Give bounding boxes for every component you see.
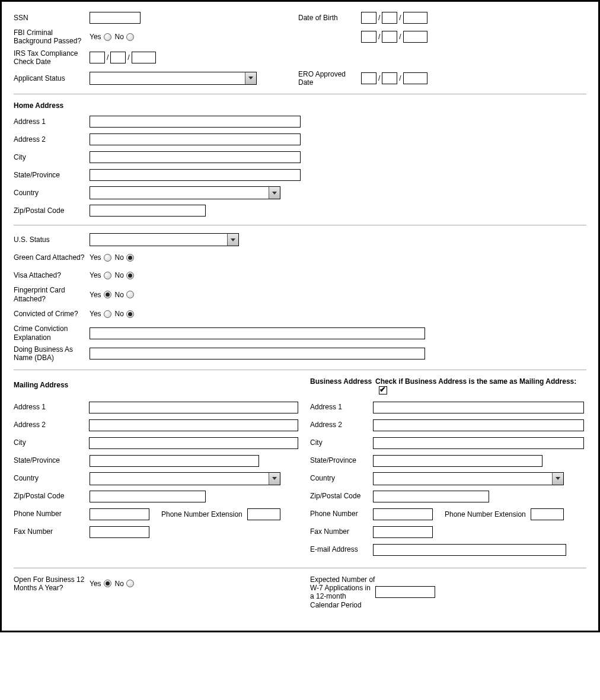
green-card-yes-radio[interactable]	[104, 254, 111, 262]
dob-slash2: /	[399, 14, 401, 22]
fingerprint-label: Fingerprint Card Attached?	[14, 286, 90, 303]
convicted-yes-radio[interactable]	[104, 310, 111, 318]
fbi-date-y[interactable]	[403, 31, 427, 43]
dob-month[interactable]	[361, 12, 376, 24]
open12-yes-radio[interactable]	[104, 580, 111, 587]
dba-input[interactable]	[90, 348, 425, 359]
ero-date-m[interactable]	[361, 72, 376, 84]
convicted-no-radio[interactable]	[126, 310, 134, 318]
crime-expl-input[interactable]	[90, 327, 425, 339]
convicted-label: Convicted of Crime?	[14, 310, 90, 318]
green-card-no-radio[interactable]	[126, 254, 134, 262]
mail-city-input[interactable]	[89, 437, 298, 449]
crime-expl-label: Crime Conviction Explanation	[14, 324, 90, 342]
dba-label: Doing Business As Name (DBA)	[14, 345, 90, 362]
bus-addr2-input[interactable]	[373, 419, 584, 431]
dropdown-icon	[227, 234, 238, 246]
form-page: SSN Date of Birth / / FBI Criminal Backg…	[0, 0, 600, 632]
fbi-yes-label: Yes	[90, 33, 101, 41]
home-addr1-label: Address 1	[14, 117, 90, 126]
irs-date-d[interactable]	[110, 52, 126, 63]
fbi-label: FBI Criminal Background Passed?	[14, 28, 90, 46]
visa-label: Visa Attached?	[14, 271, 90, 279]
w7-label: Expected Number of W-7 Applications in a…	[310, 575, 375, 610]
us-status-label: U.S. Status	[14, 236, 90, 244]
fbi-date-d[interactable]	[382, 31, 397, 43]
mail-addr2-input[interactable]	[89, 419, 298, 431]
w7-input[interactable]	[375, 586, 435, 598]
open12-label: Open For Business 12 Months A Year?	[14, 575, 90, 593]
applicant-status-select[interactable]	[90, 72, 257, 85]
home-state-label: State/Province	[14, 171, 90, 179]
ssn-label: SSN	[14, 14, 90, 22]
mail-phone-ext-input[interactable]	[247, 508, 280, 520]
dropdown-icon	[269, 473, 280, 485]
ero-date-y[interactable]	[403, 72, 427, 84]
home-addr2-label: Address 2	[14, 135, 90, 144]
bus-phone-ext-input[interactable]	[531, 508, 564, 520]
home-zip-input[interactable]	[90, 205, 206, 217]
dob-day[interactable]	[382, 12, 397, 24]
ero-approved-label: ERO Approved Date	[298, 70, 361, 87]
fingerprint-no-radio[interactable]	[126, 291, 134, 298]
fbi-yes-radio[interactable]	[104, 33, 111, 41]
home-address-heading: Home Address	[14, 101, 586, 110]
bus-zip-input[interactable]	[373, 491, 489, 502]
mail-addr1-input[interactable]	[89, 402, 298, 413]
ssn-input[interactable]	[90, 12, 141, 24]
bus-addr1-input[interactable]	[373, 402, 584, 413]
fbi-no-radio[interactable]	[126, 33, 134, 41]
fingerprint-yes-radio[interactable]	[104, 291, 111, 298]
dropdown-icon	[552, 473, 563, 485]
visa-yes-radio[interactable]	[104, 272, 111, 279]
bus-city-input[interactable]	[373, 437, 584, 449]
irs-date-m[interactable]	[90, 52, 105, 63]
fbi-no-label: No	[115, 33, 124, 41]
fbi-date-m[interactable]	[361, 31, 376, 43]
dropdown-icon	[269, 187, 280, 199]
ero-date-d[interactable]	[382, 72, 397, 84]
dob-slash1: /	[378, 14, 380, 22]
business-address-heading: Business Address	[310, 377, 375, 394]
home-state-input[interactable]	[90, 169, 301, 181]
us-status-select[interactable]	[90, 233, 239, 246]
same-as-mailing-checkbox[interactable]	[379, 386, 387, 394]
mail-country-select[interactable]	[90, 472, 280, 485]
dob-label: Date of Birth	[298, 14, 361, 22]
mail-zip-input[interactable]	[90, 491, 206, 502]
visa-no-radio[interactable]	[126, 272, 134, 279]
mail-state-input[interactable]	[90, 455, 259, 467]
home-country-select[interactable]	[90, 186, 280, 199]
home-country-label: Country	[14, 189, 90, 197]
irs-date-y[interactable]	[132, 52, 156, 63]
irs-date-label: IRS Tax Compliance Check Date	[14, 49, 90, 66]
home-zip-label: Zip/Postal Code	[14, 206, 90, 215]
dob-year[interactable]	[403, 12, 427, 24]
applicant-status-label: Applicant Status	[14, 74, 90, 82]
bus-email-input[interactable]	[373, 544, 566, 556]
bus-fax-input[interactable]	[373, 526, 433, 538]
bus-phone-input[interactable]	[373, 508, 433, 520]
home-addr2-input[interactable]	[90, 133, 301, 145]
bus-state-input[interactable]	[373, 455, 542, 467]
home-addr1-input[interactable]	[90, 116, 301, 128]
home-city-label: City	[14, 153, 90, 161]
mail-fax-input[interactable]	[90, 526, 149, 538]
open12-no-radio[interactable]	[126, 580, 134, 587]
home-city-input[interactable]	[90, 151, 301, 163]
bus-country-select[interactable]	[373, 472, 564, 485]
mailing-address-heading: Mailing Address	[14, 381, 298, 389]
dropdown-icon	[245, 72, 256, 84]
mail-phone-input[interactable]	[90, 508, 149, 520]
same-as-mailing-label: Check if Business Address is the same as…	[375, 377, 586, 394]
green-card-label: Green Card Attached?	[14, 253, 90, 262]
